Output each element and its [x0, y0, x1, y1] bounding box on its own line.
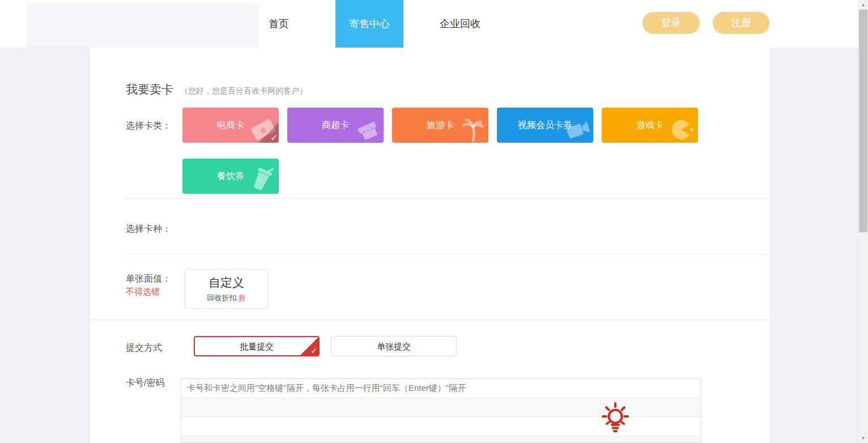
pacman-icon — [667, 114, 697, 143]
card-kind-label: 选择卡种： — [126, 223, 171, 235]
supermarket-awning-icon — [353, 114, 382, 143]
nav-item-enterprise-recycle[interactable]: 企业回收 — [423, 0, 497, 48]
discount-suffix: 折 — [239, 293, 246, 302]
drink-cup-icon — [246, 163, 278, 194]
selected-check-icon: ✓ — [270, 133, 278, 142]
card-input-area — [181, 378, 701, 443]
palm-tree-icon — [458, 114, 487, 143]
page-title-text: 我要卖卡 — [126, 83, 173, 96]
submit-option-single-label: 单张提交 — [377, 342, 411, 351]
card-type-game[interactable]: 游戏卡 — [602, 108, 698, 143]
submit-option-single[interactable]: 单张提交 — [331, 336, 457, 356]
section-divider — [90, 320, 770, 320]
login-button[interactable]: 登录 — [643, 12, 700, 34]
submit-option-batch-label: 批量提交 — [240, 342, 274, 351]
nav-item-home[interactable]: 首页 — [259, 0, 298, 48]
divider — [126, 198, 768, 199]
nav-item-consignment-center[interactable]: 寄售中心 — [335, 0, 403, 48]
card-type-ecommerce[interactable]: 电商卡 e ✓ — [182, 108, 279, 143]
page-title: 我要卖卡（您好，您是百分百收卡网的客户） — [126, 82, 307, 97]
card-type-supermarket-label: 商超卡 — [322, 120, 349, 130]
card-type-travel[interactable]: 旅游卡 — [392, 108, 488, 143]
scrollbar-down-arrow-icon[interactable]: ▼ — [858, 433, 868, 443]
card-number-password-input[interactable] — [181, 379, 701, 442]
divider — [126, 254, 768, 254]
logo-placeholder — [26, 3, 259, 48]
discount-prefix: 回收折扣. — [207, 293, 239, 302]
card-type-dining-label: 餐饮券 — [217, 171, 244, 181]
page-subtitle: （您好，您是百分百收卡网的客户） — [180, 86, 307, 95]
custom-option-discount: 回收折扣.折 — [185, 293, 267, 303]
vertical-scrollbar[interactable]: ▲ ▼ — [858, 0, 868, 443]
header: 首页 寄售中心 企业回收 登录 注册 — [0, 0, 868, 48]
sell-card-panel: 我要卖卡（您好，您是百分百收卡网的客户） 选择卡类： 电商卡 e ✓ 商超卡 旅… — [90, 48, 770, 443]
selected-check-icon: ✓ — [310, 347, 317, 355]
card-type-dining[interactable]: 餐饮券 — [182, 159, 279, 194]
register-button[interactable]: 注册 — [713, 12, 769, 34]
face-value-label: 单张面值： — [126, 273, 171, 285]
card-type-ecommerce-label: 电商卡 — [217, 120, 244, 130]
face-value-warning: 不得选错 — [126, 287, 160, 297]
card-type-game-label: 游戏卡 — [636, 120, 663, 130]
custom-option-title: 自定义 — [185, 275, 267, 291]
card-type-supermarket[interactable]: 商超卡 — [287, 108, 384, 143]
submit-option-batch[interactable]: 批量提交 ✓ — [194, 336, 320, 356]
card-class-label: 选择卡类： — [126, 120, 171, 132]
submit-method-label: 提交方式 — [126, 342, 162, 354]
card-type-video-membership[interactable]: 视频会员卡券 — [497, 108, 593, 143]
card-type-video-membership-label: 视频会员卡券 — [518, 120, 572, 130]
face-value-custom-option[interactable]: 自定义 回收折扣.折 — [185, 269, 268, 309]
scrollbar-up-arrow-icon[interactable]: ▲ — [858, 0, 868, 10]
card-input-label: 卡号/密码 — [126, 377, 164, 389]
scrollbar-thumb[interactable] — [859, 10, 867, 232]
card-type-travel-label: 旅游卡 — [427, 120, 454, 130]
